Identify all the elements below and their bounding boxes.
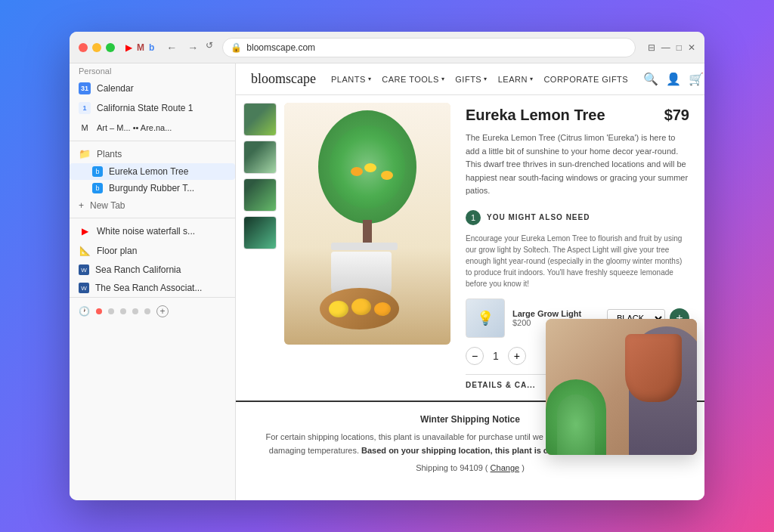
gmail-tab-icon[interactable]: M — [137, 42, 144, 53]
dot-3 — [132, 308, 138, 314]
minimize-button[interactable] — [92, 43, 101, 52]
sidebar-label-searanch2: The Sea Ranch Associat... — [95, 283, 202, 293]
gifts-dropdown-icon: ▾ — [484, 76, 488, 82]
thumbnail-list — [243, 103, 280, 393]
sidebar-divider-2 — [70, 218, 235, 218]
nav-corporate-label: CORPORATE GIFTS — [543, 75, 628, 84]
sidebar-label-whitenoise: White noise waterfall s... — [97, 226, 195, 237]
search-icon[interactable]: 🔍 — [643, 72, 658, 86]
maximize-button[interactable] — [106, 43, 115, 52]
nav-plants-label: PLANTS — [331, 75, 366, 84]
lemon-3 — [374, 302, 391, 316]
another-tab-icon[interactable]: b — [149, 42, 154, 53]
close-win-button[interactable]: ✕ — [688, 42, 695, 53]
nav-gifts[interactable]: GIFTS ▾ — [455, 75, 487, 84]
browser-navigation: ← → ↺ — [163, 40, 213, 55]
california-icon: 1 — [79, 102, 91, 114]
main-product-image — [284, 103, 450, 345]
secure-icon: 🔒 — [231, 42, 242, 53]
word-icon-2: W — [79, 283, 89, 293]
pot-rim — [331, 243, 398, 250]
thumbnail-4[interactable] — [243, 216, 277, 249]
plant-scene — [284, 103, 450, 345]
mail-icon: M — [79, 122, 91, 134]
care-tools-dropdown-icon: ▾ — [441, 76, 445, 82]
window-controls[interactable]: ⊟ — □ ✕ — [648, 42, 695, 53]
add-tab-button[interactable]: + — [156, 305, 169, 317]
word-icon-1: W — [79, 264, 89, 275]
sidebar-item-burgundy[interactable]: b Burgundy Rubber T... — [70, 180, 235, 196]
shipping-text: Shipping to 94109 ( — [416, 463, 490, 472]
sidebar-label-calendar: Calendar — [97, 83, 134, 94]
address-bar[interactable]: 🔒 bloomscape.com — [222, 38, 635, 57]
store-logo[interactable]: bloomscape — [251, 71, 316, 87]
sidebar-item-searanch[interactable]: W Sea Ranch California — [70, 261, 235, 279]
refresh-button[interactable]: ↺ — [206, 40, 213, 55]
shipping-close-paren: ) — [519, 463, 525, 472]
you-might-need-label: YOU MIGHT ALSO NEED — [487, 213, 590, 221]
nav-plants[interactable]: PLANTS ▾ — [331, 75, 371, 84]
dot-2 — [120, 308, 126, 314]
nav-gifts-label: GIFTS — [455, 75, 481, 84]
popup-plant-2 — [557, 394, 595, 455]
sidebar-item-whitenoise[interactable]: ▶ White noise waterfall s... — [70, 221, 235, 241]
thumbnail-2[interactable] — [243, 141, 277, 174]
grow-light-icon: 💡 — [477, 310, 494, 326]
sidebar-footer: 🕐 + — [70, 297, 235, 325]
minimize-win-button[interactable]: — — [661, 42, 670, 53]
recommendation-text: Encourage your Eureka Lemon Tree to flou… — [466, 233, 689, 289]
folder-icon: 📁 — [79, 148, 91, 159]
close-button[interactable] — [79, 43, 88, 52]
product-title-row: Eureka Lemon Tree $79 — [466, 107, 689, 124]
sidebar-folder-plants[interactable]: 📁 Plants — [70, 144, 235, 163]
bloomscape-tab-icon-1: b — [92, 166, 103, 177]
sidebar-footer-controls: 🕐 + — [70, 301, 235, 322]
thumbnail-1[interactable] — [243, 103, 277, 136]
sidebar-label-burgundy: Burgundy Rubber T... — [109, 183, 194, 193]
new-tab-button[interactable]: + New Tab — [70, 196, 235, 215]
shipping-info: Shipping to 94109 ( Change ) — [251, 463, 689, 472]
popup-overlay-image — [546, 319, 697, 455]
sidebar-item-california[interactable]: 1 California State Route 1 — [70, 98, 235, 118]
cart-icon[interactable]: 🛒 — [689, 72, 704, 86]
forward-button[interactable]: → — [184, 40, 201, 55]
sidebar-label-california: California State Route 1 — [97, 103, 193, 113]
held-pot — [625, 334, 682, 402]
back-button[interactable]: ← — [163, 40, 180, 55]
sidebar-divider-1 — [70, 141, 235, 141]
personal-label: Personal — [70, 63, 235, 79]
sidebar-item-floorplan[interactable]: 📐 Floor plan — [70, 241, 235, 261]
history-icon[interactable]: 🕐 — [79, 306, 90, 317]
nav-learn-label: LEARN — [498, 75, 528, 84]
browser-chrome: ▶ M b ← → ↺ 🔒 bloomscape.com ⊟ — □ ✕ — [70, 32, 704, 63]
restore-button[interactable]: □ — [676, 42, 682, 53]
tile-button[interactable]: ⊟ — [648, 42, 655, 53]
learn-dropdown-icon: ▾ — [530, 76, 534, 82]
bloomscape-tab-icon-2: b — [92, 183, 103, 193]
quantity-increase-button[interactable]: + — [508, 347, 526, 365]
quantity-decrease-button[interactable]: − — [466, 347, 484, 365]
grow-light-name: Large Grow Light — [512, 309, 599, 318]
store-nav: PLANTS ▾ CARE TOOLS ▾ GIFTS ▾ LEARN ▾ — [331, 75, 628, 84]
image-gallery — [236, 95, 458, 401]
plus-icon: + — [79, 200, 84, 211]
product-price: $79 — [664, 107, 689, 124]
browser-window-controls[interactable] — [79, 43, 115, 52]
calendar-icon: 31 — [79, 82, 91, 94]
you-might-need-section: 1 YOU MIGHT ALSO NEED — [466, 210, 689, 225]
header-icons: 🔍 👤 🛒 — [643, 72, 704, 86]
nav-learn[interactable]: LEARN ▾ — [498, 75, 534, 84]
thumbnail-3[interactable] — [243, 178, 277, 212]
sidebar-item-searanch2[interactable]: W The Sea Ranch Associat... — [70, 279, 235, 297]
sidebar-item-eureka[interactable]: b Eureka Lemon Tree — [70, 163, 235, 180]
grow-light-image: 💡 — [466, 298, 505, 338]
nav-corporate[interactable]: CORPORATE GIFTS — [543, 75, 628, 84]
url-text: bloomscape.com — [246, 42, 315, 53]
product-title: Eureka Lemon Tree — [466, 107, 605, 124]
account-icon[interactable]: 👤 — [666, 72, 681, 86]
nav-care-tools[interactable]: CARE TOOLS ▾ — [382, 75, 444, 84]
change-shipping-link[interactable]: Change — [491, 463, 520, 472]
sidebar-item-calendar[interactable]: 31 Calendar — [70, 79, 235, 98]
youtube-tab-icon[interactable]: ▶ — [125, 42, 132, 53]
sidebar-item-art[interactable]: M Art – M... •• Are.na... — [70, 118, 235, 138]
